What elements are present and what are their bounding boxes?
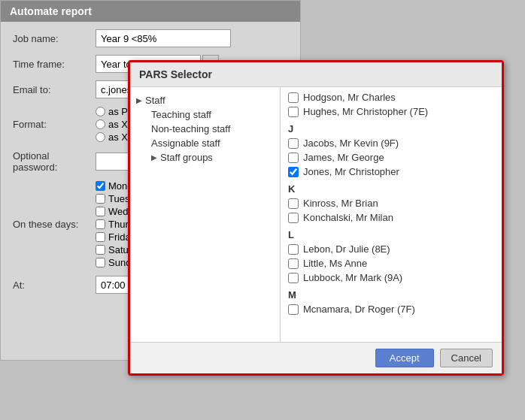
- format-pdf-radio[interactable]: [96, 107, 105, 116]
- tuesday-checkbox[interactable]: [96, 194, 105, 204]
- saturday-checkbox[interactable]: [96, 245, 105, 255]
- monday-checkbox[interactable]: [96, 181, 105, 191]
- james-checkbox[interactable]: [288, 153, 299, 163]
- pars-tree-panel: ▶ Staff Teaching staff Non-teaching staf…: [130, 87, 281, 342]
- lebon-label: Lebon, Dr Julie (8E): [303, 243, 390, 255]
- jones-checkbox[interactable]: [288, 167, 299, 177]
- jacobs-checkbox[interactable]: [288, 138, 299, 149]
- format-xslx-radio[interactable]: [96, 132, 105, 142]
- pars-selector-title: PARS Selector: [130, 62, 502, 87]
- tree-item-staff[interactable]: ▶ Staff: [130, 93, 280, 107]
- hodgson-label: Hodgson, Mr Charles: [303, 92, 396, 103]
- list-item-konchalski: Konchalski, Mr Milan: [287, 210, 496, 225]
- lubbock-label: Lubbock, Mr Mark (9A): [303, 272, 402, 283]
- format-label: Format:: [13, 119, 96, 130]
- accept-button[interactable]: Accept: [375, 349, 434, 367]
- assignable-staff-label: Assignable staff: [151, 137, 220, 149]
- lubbock-checkbox[interactable]: [288, 273, 299, 283]
- hughes-checkbox[interactable]: [288, 107, 299, 117]
- list-item-little: Little, Ms Anne: [287, 256, 496, 270]
- hughes-label: Hughes, Mr Christopher (7E): [303, 106, 428, 117]
- list-item-jones: Jones, Mr Christopher: [287, 165, 496, 179]
- kinross-label: Kinross, Mr Brian: [303, 198, 378, 209]
- jones-label: Jones, Mr Christopher: [303, 166, 399, 177]
- jacobs-label: Jacobs, Mr Kevin (9F): [303, 137, 399, 149]
- mcnamara-checkbox[interactable]: [288, 304, 299, 315]
- list-item-hodgson: Hodgson, Mr Charles: [287, 90, 496, 104]
- mcnamara-label: Mcnamara, Dr Roger (7F): [303, 304, 415, 315]
- section-header-j: J: [287, 119, 496, 136]
- teaching-staff-label: Teaching staff: [151, 109, 211, 120]
- little-checkbox[interactable]: [288, 258, 299, 269]
- section-header-m: M: [287, 285, 496, 302]
- job-name-row: Job name:: [13, 29, 288, 47]
- section-header-k: K: [287, 179, 496, 196]
- email-label: Email to:: [13, 84, 96, 95]
- tree-item-assignable-staff[interactable]: Assignable staff: [145, 136, 280, 150]
- little-label: Little, Ms Anne: [303, 258, 367, 269]
- job-name-input[interactable]: [96, 29, 231, 47]
- list-item-mcnamara: Mcnamara, Dr Roger (7F): [287, 302, 496, 316]
- time-frame-label: Time frame:: [13, 59, 96, 70]
- hodgson-checkbox[interactable]: [288, 92, 299, 103]
- automate-title: Automate report: [1, 1, 300, 22]
- tree-item-staff-groups[interactable]: ▶ Staff groups: [145, 150, 280, 165]
- list-item-hughes: Hughes, Mr Christopher (7E): [287, 104, 496, 119]
- lebon-checkbox[interactable]: [288, 244, 299, 255]
- staff-groups-label: Staff groups: [160, 152, 213, 163]
- friday-checkbox[interactable]: [96, 232, 105, 242]
- password-label: Optional password:: [13, 150, 96, 173]
- tree-children: Teaching staff Non-teaching staff Assign…: [130, 107, 280, 165]
- list-item-jacobs: Jacobs, Mr Kevin (9F): [287, 136, 496, 150]
- tree-item-teaching-staff[interactable]: Teaching staff: [145, 107, 280, 122]
- konchalski-label: Konchalski, Mr Milan: [303, 212, 393, 223]
- thursday-checkbox[interactable]: [96, 219, 105, 229]
- cancel-button[interactable]: Cancel: [440, 349, 493, 367]
- list-item-james: James, Mr George: [287, 150, 496, 165]
- konchalski-checkbox[interactable]: [288, 213, 299, 223]
- pars-body: ▶ Staff Teaching staff Non-teaching staf…: [130, 87, 502, 342]
- staff-expand-icon: ▶: [136, 96, 142, 104]
- list-item-kinross: Kinross, Mr Brian: [287, 196, 496, 210]
- pars-footer: Accept Cancel: [130, 342, 502, 373]
- at-label: At:: [13, 279, 96, 291]
- non-teaching-staff-label: Non-teaching staff: [151, 123, 230, 134]
- days-label: On these days:: [13, 219, 96, 230]
- list-item-lebon: Lebon, Dr Julie (8E): [287, 242, 496, 256]
- job-name-label: Job name:: [13, 33, 96, 44]
- tree-item-staff-label: Staff: [145, 95, 165, 106]
- wednesday-checkbox[interactable]: [96, 207, 105, 216]
- pars-list-panel: Hodgson, Mr Charles Hughes, Mr Christoph…: [281, 87, 502, 342]
- sunday-checkbox[interactable]: [96, 258, 105, 267]
- pars-selector-dialog: PARS Selector ▶ Staff Teaching staff Non…: [128, 60, 504, 376]
- section-header-l: L: [287, 225, 496, 242]
- kinross-checkbox[interactable]: [288, 198, 299, 209]
- james-label: James, Mr George: [303, 152, 384, 163]
- list-item-lubbock: Lubbock, Mr Mark (9A): [287, 270, 496, 285]
- format-xsl-radio[interactable]: [96, 119, 105, 129]
- staff-groups-expand-icon: ▶: [151, 153, 157, 162]
- tree-item-non-teaching-staff[interactable]: Non-teaching staff: [145, 122, 280, 136]
